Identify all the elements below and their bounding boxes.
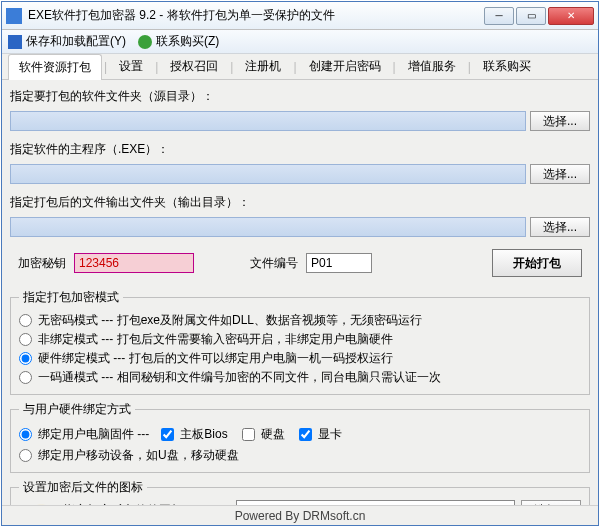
bind-radio-removable[interactable] xyxy=(19,449,32,462)
mode-legend: 指定打包加密模式 xyxy=(19,289,123,306)
bind-opt-label: 绑定用户电脑固件 --- xyxy=(38,426,149,443)
bind-opt-label: 绑定用户移动设备，如U盘，移动硬盘 xyxy=(38,447,239,464)
mode-opt-label: 一码通模式 --- 相同秘钥和文件编号加密的不同文件，同台电脑只需认证一次 xyxy=(38,369,441,386)
save-icon xyxy=(8,35,22,49)
mode-group: 指定打包加密模式 无密码模式 --- 打包exe及附属文件如DLL、数据音视频等… xyxy=(10,289,590,395)
titlebar: EXE软件打包加密器 9.2 - 将软件打包为单一受保护的文件 ─ ▭ ✕ xyxy=(2,2,598,30)
minimize-button[interactable]: ─ xyxy=(484,7,514,25)
bind-cb-gpu[interactable] xyxy=(299,428,312,441)
mode-radio-hwbind[interactable] xyxy=(19,352,32,365)
src-browse-button[interactable]: 选择... xyxy=(530,111,590,131)
mode-opt-label: 非绑定模式 --- 打包后文件需要输入密码开启，非绑定用户电脑硬件 xyxy=(38,331,393,348)
src-path-input[interactable] xyxy=(10,111,526,131)
link-icon xyxy=(138,35,152,49)
tab-settings[interactable]: 设置 xyxy=(109,54,153,79)
tab-keygen[interactable]: 注册机 xyxy=(235,54,291,79)
tabstrip: 软件资源打包| 设置| 授权召回| 注册机| 创建开启密码| 增值服务| 联系购… xyxy=(2,54,598,80)
tab-package[interactable]: 软件资源打包 xyxy=(8,54,102,81)
app-icon xyxy=(6,8,22,24)
menu-contact[interactable]: 联系购买(Z) xyxy=(138,33,219,50)
icon-legend: 设置加密后文件的图标 xyxy=(19,479,147,496)
close-button[interactable]: ✕ xyxy=(548,7,594,25)
mode-radio-unbound[interactable] xyxy=(19,333,32,346)
src-label: 指定要打包的软件文件夹（源目录）： xyxy=(10,88,590,105)
out-label: 指定打包后的文件输出文件夹（输出目录）： xyxy=(10,194,590,211)
out-path-input[interactable] xyxy=(10,217,526,237)
tab-buy[interactable]: 联系购买 xyxy=(473,54,541,79)
menu-save-config[interactable]: 保存和加载配置(Y) xyxy=(8,33,126,50)
tab-recall[interactable]: 授权召回 xyxy=(160,54,228,79)
icon-group: 设置加密后文件的图标 🔑 指定加密后文件的图标（*.ico） 选择... 使用默… xyxy=(10,479,590,505)
menubar: 保存和加载配置(Y) 联系购买(Z) xyxy=(2,30,598,54)
exe-browse-button[interactable]: 选择... xyxy=(530,164,590,184)
window-title: EXE软件打包加密器 9.2 - 将软件打包为单一受保护的文件 xyxy=(28,7,484,24)
tab-vas[interactable]: 增值服务 xyxy=(398,54,466,79)
key-input[interactable] xyxy=(74,253,194,273)
key-label: 加密秘钥 xyxy=(18,255,66,272)
footer: Powered By DRMsoft.cn xyxy=(2,505,598,525)
bind-cb-disk[interactable] xyxy=(242,428,255,441)
menu-label: 保存和加载配置(Y) xyxy=(26,33,126,50)
menu-label: 联系购买(Z) xyxy=(156,33,219,50)
mode-radio-nopass[interactable] xyxy=(19,314,32,327)
bind-legend: 与用户硬件绑定方式 xyxy=(19,401,135,418)
bind-cb-bios[interactable] xyxy=(161,428,174,441)
out-browse-button[interactable]: 选择... xyxy=(530,217,590,237)
exe-path-input[interactable] xyxy=(10,164,526,184)
start-pack-button[interactable]: 开始打包 xyxy=(492,249,582,277)
bind-radio-firmware[interactable] xyxy=(19,428,32,441)
exe-label: 指定软件的主程序（.EXE）： xyxy=(10,141,590,158)
bind-group: 与用户硬件绑定方式 绑定用户电脑固件 --- 主板Bios 硬盘 显卡 绑定用户… xyxy=(10,401,590,473)
mode-opt-label: 硬件绑定模式 --- 打包后的文件可以绑定用户电脑一机一码授权运行 xyxy=(38,350,393,367)
maximize-button[interactable]: ▭ xyxy=(516,7,546,25)
cb-label: 显卡 xyxy=(318,426,342,443)
fileno-input[interactable] xyxy=(306,253,372,273)
cb-label: 硬盘 xyxy=(261,426,285,443)
cb-label: 主板Bios xyxy=(180,426,227,443)
fileno-label: 文件编号 xyxy=(250,255,298,272)
mode-radio-onecode[interactable] xyxy=(19,371,32,384)
tab-password[interactable]: 创建开启密码 xyxy=(299,54,391,79)
mode-opt-label: 无密码模式 --- 打包exe及附属文件如DLL、数据音视频等，无须密码运行 xyxy=(38,312,422,329)
